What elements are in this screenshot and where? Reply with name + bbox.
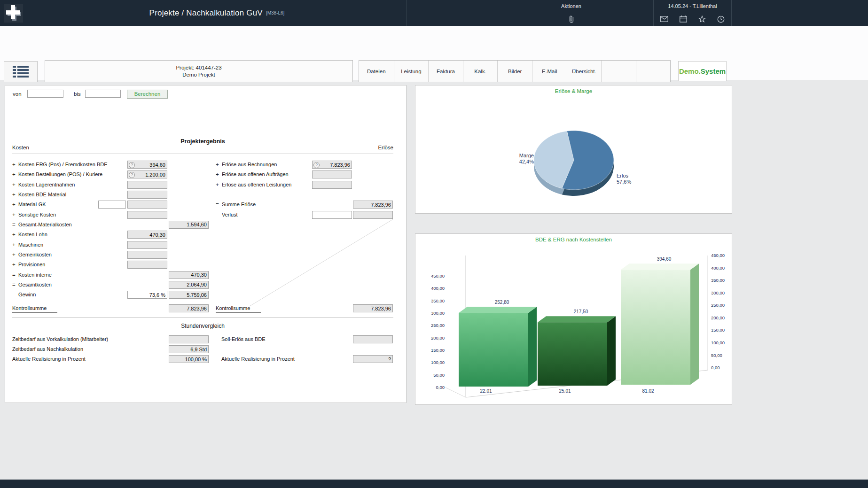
row-label: Material-GK — [18, 201, 46, 207]
stunden-row: Zeitbedarf aus Nachkalkulation 6,9 Std — [12, 344, 209, 354]
help-icon[interactable]: ? — [129, 162, 135, 168]
von-input[interactable] — [27, 90, 63, 98]
bar-front-face — [538, 322, 607, 386]
menu-button[interactable] — [4, 61, 38, 82]
bar-side-face — [528, 307, 537, 387]
kontrollsumme-left-field[interactable]: 7.823,96 — [169, 304, 209, 312]
kontrollsumme-right-label: Kontrollsumme — [216, 305, 261, 313]
stunden-row: Zeitbedarf aus Vorkalkulation (Mitarbeit… — [12, 334, 209, 344]
y-axis-tick-label: 250,00 — [431, 323, 445, 328]
sum-field-value: 470,30 — [191, 272, 207, 278]
row-operator: + — [12, 262, 17, 267]
paperclip-icon[interactable] — [568, 15, 575, 23]
sum-field[interactable]: 1.594,60 — [169, 221, 209, 229]
value-field[interactable] — [127, 201, 167, 209]
sum-field[interactable]: 5.759,06 — [169, 291, 209, 299]
row-operator: + — [12, 182, 17, 187]
tab-empty[interactable] — [636, 61, 671, 82]
bar-side-face — [607, 316, 616, 386]
tab-e-mail[interactable]: E-Mail — [532, 61, 567, 82]
value-field[interactable] — [127, 191, 167, 199]
calc-row: +Kosten BDE Material — [12, 190, 209, 200]
stunden-field[interactable] — [353, 335, 393, 343]
calc-row: +Provisionen — [12, 260, 209, 270]
sum-field[interactable]: 2.064,90 — [169, 281, 209, 289]
value-field[interactable] — [312, 170, 352, 178]
value-field[interactable]: 73,6 % — [127, 291, 167, 299]
value-field[interactable] — [127, 211, 167, 219]
calc-row: +Gemeinkosten — [12, 250, 209, 260]
row-operator: + — [12, 242, 17, 248]
y-axis-tick-label: 100,00 — [431, 360, 445, 365]
tab-leistung[interactable]: Leistung — [394, 61, 429, 82]
row-operator: + — [216, 171, 221, 177]
spacer-row — [216, 190, 393, 200]
y2-axis-tick-label: 250,00 — [711, 302, 725, 308]
tab-empty[interactable] — [601, 61, 636, 82]
sum-field[interactable]: 7.823,96 — [353, 201, 393, 209]
project-number: Projekt: 401447-23 — [176, 64, 221, 71]
value-field[interactable] — [127, 241, 167, 249]
stunden-field[interactable] — [169, 335, 209, 343]
y2-axis-tick-label: 400,00 — [711, 265, 725, 271]
row-label: Gesamtkosten — [18, 282, 52, 287]
y2-axis-tick-label: 150,00 — [711, 327, 725, 333]
tab-bilder[interactable]: Bilder — [497, 61, 532, 82]
bar-top-face — [538, 316, 616, 322]
y2-axis-tick-label: 100,00 — [711, 340, 725, 345]
row-label: Gesamt-Materialkosten — [18, 222, 72, 227]
row-label: Kosten ERG (Pos) / Fremdkosten BDE — [18, 162, 108, 167]
bis-input[interactable] — [85, 90, 121, 98]
tab-faktura[interactable]: Faktura — [428, 61, 463, 82]
brand-logo: Demo.System — [678, 61, 727, 81]
material-gk-small-input[interactable] — [98, 201, 126, 209]
value-field[interactable]: 1.200,00? — [127, 170, 167, 178]
stunden-field[interactable]: 6,9 Std — [169, 345, 209, 353]
calendar-icon[interactable] — [680, 15, 687, 23]
erloese-header: Erlöse — [378, 145, 393, 150]
sum-field-value: 2.064,90 — [187, 282, 207, 287]
app-logo-icon — [4, 4, 23, 23]
calc-row: Verlust — [216, 210, 393, 220]
project-info-box[interactable]: Projekt: 401447-23 Demo Projekt — [45, 60, 353, 82]
row-operator: = — [12, 282, 17, 287]
value-field[interactable] — [127, 261, 167, 269]
value-field[interactable] — [312, 211, 352, 219]
stunden-label: Aktuelle Realisierung in Prozent — [12, 356, 86, 362]
row-operator: + — [12, 171, 17, 177]
mail-icon[interactable] — [660, 16, 668, 22]
tab-kalk[interactable]: Kalk. — [463, 61, 498, 82]
kontrollsumme-right-value: 7.823,96 — [371, 306, 391, 311]
value-field-value: 394,60 — [149, 162, 165, 168]
value-field[interactable] — [127, 251, 167, 259]
sum-field[interactable]: 470,30 — [169, 271, 209, 279]
row-label: Erlöse aus offenen Aufträgen — [222, 171, 289, 177]
value-field[interactable]: 394,60? — [127, 161, 167, 169]
y-axis-tick-label: 400,00 — [431, 286, 445, 291]
pie-chart-svg: Erlös57,6%Marge42,4% — [415, 96, 733, 213]
sum-field-value: 7.823,96 — [371, 202, 391, 208]
value-field-value: 1.200,00 — [145, 172, 165, 178]
value-field[interactable] — [312, 181, 352, 189]
value-field[interactable]: 7.823,96? — [312, 161, 352, 169]
stunden-field[interactable]: ? — [353, 355, 393, 363]
row-operator: + — [216, 182, 221, 187]
sum-field[interactable] — [353, 211, 393, 219]
tab-bersicht[interactable]: Übersicht. — [567, 61, 602, 82]
value-field[interactable] — [127, 181, 167, 189]
pie-slice-label: Erlös — [617, 173, 629, 178]
help-icon[interactable]: ? — [129, 172, 135, 178]
row-label: Kosten Lohn — [18, 232, 47, 237]
calc-row: =Gesamtkosten2.064,90 — [12, 280, 209, 290]
value-field[interactable]: 470,30 — [127, 231, 167, 239]
tab-dateien[interactable]: Dateien — [359, 61, 394, 82]
star-icon[interactable] — [698, 15, 706, 23]
clock-icon[interactable] — [717, 15, 725, 23]
row-label: Summe Erlöse — [222, 201, 256, 207]
help-icon[interactable]: ? — [313, 162, 320, 168]
calc-row: +Kosten Lagerentnahmen — [12, 180, 209, 190]
kontrollsumme-right-field[interactable]: 7.823,96 — [353, 304, 393, 312]
stunden-field[interactable]: 100,00 % — [169, 355, 209, 363]
berechnen-button[interactable]: Berechnen — [127, 90, 168, 99]
row-operator: + — [12, 212, 17, 217]
